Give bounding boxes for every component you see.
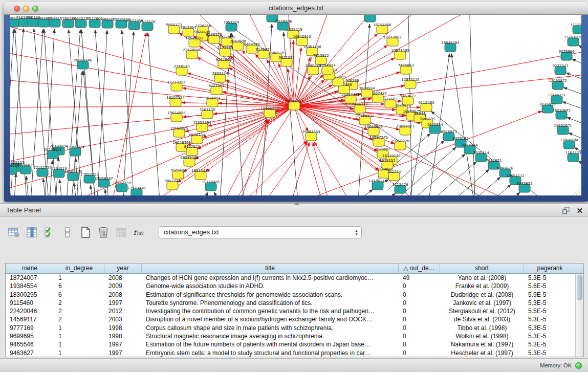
row-height-icon[interactable] xyxy=(61,226,74,239)
table-row[interactable]: 911546021997Tourette syndrome. Phenomeno… xyxy=(6,299,575,307)
column-header-out_de[interactable]: △ out_de… xyxy=(399,264,440,273)
graph-node[interactable]: 3267130 xyxy=(199,108,215,119)
graph-edge[interactable] xyxy=(105,189,107,195)
graph-node[interactable]: 9329966 xyxy=(558,50,575,60)
graph-node[interactable]: 7485063 xyxy=(398,63,413,74)
close-window-button[interactable] xyxy=(14,6,20,12)
graph-edge[interactable] xyxy=(313,143,333,195)
column-header-name[interactable]: name xyxy=(6,264,54,273)
graph-edge[interactable] xyxy=(214,192,219,195)
graph-node[interactable]: 9857741 xyxy=(164,179,180,190)
graph-edge[interactable] xyxy=(81,30,95,195)
graph-node[interactable]: 22420046 xyxy=(183,48,201,59)
network-graph[interactable]: 1872400718300295986012389129542226058982… xyxy=(10,15,581,195)
graph-edge[interactable] xyxy=(232,33,244,195)
graph-edge[interactable] xyxy=(451,54,474,195)
table-row[interactable]: 1938455462009Genome-wide association stu… xyxy=(6,282,575,290)
float-panel-icon[interactable] xyxy=(562,206,570,214)
graph-node[interactable]: 12923448 xyxy=(127,186,146,195)
graph-node[interactable]: 3624554 xyxy=(359,86,375,97)
graph-node[interactable]: 7957224 xyxy=(223,20,239,31)
function-icon[interactable]: f(x) xyxy=(133,226,146,239)
graph-edge[interactable] xyxy=(358,189,373,195)
table-row[interactable]: 1456911722003Disruption of a novel membe… xyxy=(6,315,575,323)
graph-edge[interactable] xyxy=(470,15,475,195)
table-scrollbar[interactable] xyxy=(575,274,583,357)
graph-node[interactable]: 2887682 xyxy=(362,15,378,22)
delete-trash-icon[interactable] xyxy=(97,226,110,239)
graph-node[interactable]: 2803144 xyxy=(212,72,228,82)
graph-edge[interactable] xyxy=(59,180,62,195)
graph-node[interactable]: 17016504 xyxy=(560,138,578,149)
new-document-icon[interactable] xyxy=(79,226,92,239)
graph-edge[interactable] xyxy=(43,179,46,195)
graph-edge[interactable] xyxy=(399,147,456,195)
graph-node[interactable]: 16640910 xyxy=(293,35,311,46)
graph-node[interactable]: 16154808 xyxy=(373,23,391,34)
graph-edge[interactable] xyxy=(387,193,396,195)
graph-node[interactable]: 16648784 xyxy=(441,41,460,52)
close-panel-icon[interactable]: ✕ xyxy=(576,207,583,214)
panel-resize-handle[interactable] xyxy=(294,202,299,205)
graph-node[interactable]: 3175685 xyxy=(217,46,233,56)
table-row[interactable]: 969969511998Structural magnetic resonanc… xyxy=(6,332,575,340)
graph-node[interactable]: 19384554 xyxy=(302,130,320,141)
graph-node[interactable]: 12505135 xyxy=(64,170,82,181)
memory-status-indicator[interactable] xyxy=(575,362,582,369)
table-row[interactable]: 2242004622012Investigating the contribut… xyxy=(6,307,575,315)
graph-node[interactable]: 20053346 xyxy=(74,58,92,69)
graph-node[interactable]: 7955812 xyxy=(313,54,329,64)
graph-node[interactable]: 17359924 xyxy=(66,145,84,156)
graph-node[interactable]: 1112543 xyxy=(570,23,581,34)
graph-edge[interactable] xyxy=(206,106,294,172)
graph-node[interactable]: 7515526 xyxy=(139,20,156,31)
graph-edge[interactable] xyxy=(10,106,294,107)
graph-node[interactable]: 19756928 xyxy=(391,139,409,150)
column-header-short[interactable]: short xyxy=(440,264,524,273)
zoom-window-button[interactable] xyxy=(32,6,38,12)
graph-edge[interactable] xyxy=(420,162,476,195)
graph-node[interactable]: 7625402 xyxy=(170,168,186,179)
graph-edge[interactable] xyxy=(26,176,29,195)
graph-edge[interactable] xyxy=(566,73,581,83)
graph-node[interactable]: 8878334 xyxy=(189,133,205,144)
graph-node[interactable]: 621603 xyxy=(384,97,398,108)
graph-node[interactable]: 20564436 xyxy=(341,93,360,103)
graph-edge[interactable] xyxy=(563,87,581,98)
graph-node[interactable]: 12213382 xyxy=(167,80,186,91)
graph-node[interactable]: 12142757 xyxy=(33,166,52,177)
graph-edge[interactable] xyxy=(95,30,108,195)
graph-node[interactable]: 9245652 xyxy=(516,182,532,192)
graph-node[interactable]: 18107554 xyxy=(166,96,185,106)
graph-node[interactable]: 1167533 xyxy=(565,151,581,162)
network-table-selector[interactable]: citations_edges.txt ▲▼ xyxy=(159,226,362,238)
column-header-title[interactable]: title xyxy=(142,264,399,273)
graph-node[interactable]: 890331 xyxy=(48,16,62,27)
table-row[interactable]: 977716911998Corpus callosum shape and si… xyxy=(6,324,575,332)
graph-node[interactable]: 10688609 xyxy=(364,125,383,136)
graph-node[interactable]: 15716485 xyxy=(202,180,220,191)
table-row[interactable]: 946362711997Embryonic stem cells: a mode… xyxy=(6,349,575,357)
graph-edge[interactable] xyxy=(578,161,581,170)
table-row[interactable]: 946554611997Estimation of the future num… xyxy=(6,340,575,348)
graph-node[interactable]: 9227343 xyxy=(552,64,568,75)
select-columns-icon[interactable] xyxy=(43,226,56,239)
graph-node[interactable]: 15751074 xyxy=(564,35,581,46)
column-header-in_degree[interactable]: in_degree xyxy=(54,264,104,273)
table-settings-icon[interactable] xyxy=(7,226,20,239)
network-canvas[interactable]: 1872400718300295986012389129542226058982… xyxy=(10,15,581,195)
graph-edge[interactable] xyxy=(432,169,489,195)
graph-node[interactable]: 2718120 xyxy=(173,64,189,75)
graph-edge[interactable] xyxy=(14,173,16,195)
graph-node[interactable]: 12213967 xyxy=(383,35,402,46)
graph-node[interactable]: 10543392 xyxy=(185,36,204,47)
scrollbar-thumb[interactable] xyxy=(577,275,582,300)
graph-edge[interactable] xyxy=(578,45,581,55)
graph-node[interactable]: 9860123 xyxy=(166,23,182,34)
graph-node[interactable]: 14136141 xyxy=(368,179,387,190)
show-columns-icon[interactable] xyxy=(25,226,38,239)
graph-edge[interactable] xyxy=(113,33,146,195)
graph-node[interactable]: 8497822 xyxy=(184,145,200,156)
graph-edge[interactable] xyxy=(148,33,160,195)
graph-edge[interactable] xyxy=(294,106,328,195)
